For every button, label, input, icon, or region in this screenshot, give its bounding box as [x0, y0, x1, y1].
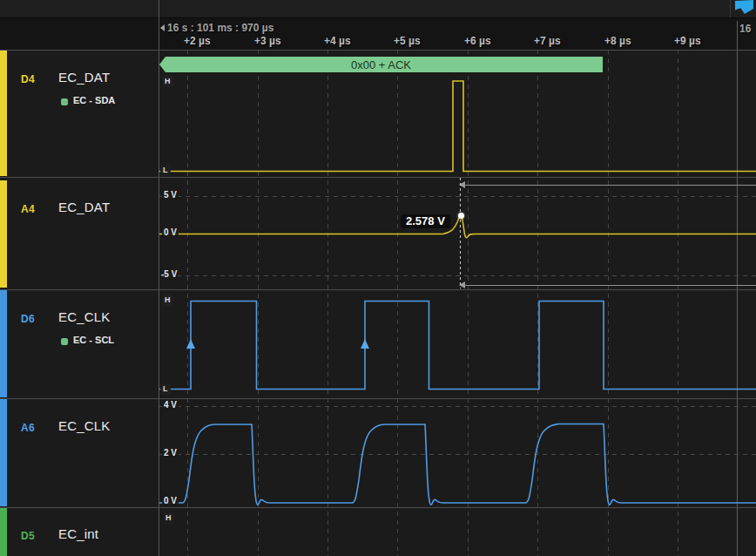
timeline-timestamp: 16 s : 101 ms : 970 µs — [160, 22, 273, 34]
channel-color-bar-d6 — [0, 290, 7, 397]
channel-color-bar-a4 — [0, 180, 7, 288]
time-gridline — [608, 50, 609, 556]
a6-analog-trace[interactable] — [159, 398, 756, 507]
d6-low-label: L — [160, 383, 171, 395]
analyzer-dot-icon — [61, 98, 68, 105]
d4-high-label: H — [162, 76, 173, 87]
channel-id-d6: D6 — [21, 313, 35, 325]
analyzer-label-d4[interactable]: EC - SDA — [73, 95, 115, 105]
a6-2v-gridline — [159, 454, 756, 455]
a4-vtop-label: 5 V — [162, 190, 179, 200]
d6-trace-path — [159, 302, 756, 390]
a4-vzero-label: 0 V — [162, 227, 179, 238]
channel-name-d4[interactable]: EC_DAT — [58, 70, 110, 85]
a4-vbot-label: -5 V — [159, 269, 179, 280]
measure-bracket-top — [462, 185, 756, 186]
timeline-tick-label: +9 µs — [674, 35, 701, 47]
timeline-next-timestamp: 16 — [739, 23, 751, 35]
time-gridline — [468, 50, 469, 556]
channel-id-a4: A4 — [21, 203, 35, 215]
row-border — [0, 177, 756, 178]
time-gridline — [187, 50, 188, 556]
d4-low-label: L — [160, 165, 171, 176]
rising-edge-marker-icon — [361, 339, 369, 349]
channel-id-d5: D5 — [21, 530, 35, 542]
voltage-sample-dot — [458, 213, 464, 219]
a4-analog-trace[interactable] — [159, 177, 756, 289]
a6-4v-gridline — [159, 406, 756, 407]
timeline-tick-label: +4 µs — [324, 35, 351, 47]
toolbar-divider — [730, 0, 731, 17]
time-gridline — [397, 50, 398, 556]
timeline-marker-line — [737, 21, 738, 556]
a4-trace-path — [159, 216, 756, 238]
measure-bracket-bottom — [462, 285, 756, 286]
timeline-tick-label: +5 µs — [394, 35, 421, 47]
timeline-header[interactable]: 16 s : 101 ms : 970 µs 16 +2 µs+3 µs+4 µ… — [0, 18, 756, 50]
timeline-tick-label: +6 µs — [464, 35, 491, 47]
time-gridline — [258, 50, 259, 556]
time-gridline — [678, 50, 678, 556]
voltage-readout-badge: 2.578 V — [401, 214, 450, 228]
a6-vzero-label: 0 V — [162, 496, 179, 506]
analyzer-label-d6[interactable]: EC - SCL — [73, 335, 114, 345]
a4-5v-gridline — [159, 196, 756, 197]
channel-color-bar-d4 — [0, 51, 7, 176]
timeline-timestamp-text: 16 s : 101 ms : 970 µs — [167, 22, 273, 34]
analyzer-dot-icon — [61, 338, 68, 345]
channel-id-d4: D4 — [21, 73, 35, 85]
row-border — [0, 398, 756, 399]
protocol-annotation-bubble[interactable]: 0x00 + ACK — [159, 57, 603, 72]
hover-cursor-line — [460, 178, 461, 288]
timeline-flag-icon[interactable] — [735, 0, 753, 14]
label-panel-divider[interactable] — [159, 0, 159, 556]
protocol-annotation-text: 0x00 + ACK — [351, 58, 411, 71]
timeline-tick-label: +7 µs — [534, 35, 561, 47]
top-toolbar — [0, 0, 756, 18]
d5-high-label: H — [163, 512, 174, 524]
d6-high-label: H — [162, 295, 173, 306]
time-gridline — [327, 50, 328, 556]
a6-trace-path — [159, 424, 756, 505]
rising-edge-marker-icon — [186, 339, 195, 349]
timeline-marker-icon — [160, 24, 165, 31]
timeline-tick-label: +3 µs — [254, 35, 281, 47]
a6-vtop-label: 4 V — [162, 400, 179, 410]
a4-neg5v-gridline — [159, 275, 756, 276]
channel-color-bar-d5 — [0, 508, 7, 556]
channel-name-d5[interactable]: EC_int — [58, 526, 98, 541]
d4-trace-path — [159, 81, 756, 172]
channel-name-a6[interactable]: EC_CLK — [58, 418, 111, 433]
row-border — [0, 289, 756, 290]
d6-digital-trace[interactable] — [159, 289, 756, 398]
time-gridline — [537, 50, 538, 556]
logic-analyzer-capture-view: 16 s : 101 ms : 970 µs 16 +2 µs+3 µs+4 µ… — [0, 0, 756, 556]
timeline-tick-label: +2 µs — [184, 35, 211, 47]
a6-vmid-label: 2 V — [162, 448, 179, 458]
timeline-tick-label: +8 µs — [604, 35, 631, 47]
channel-name-a4[interactable]: EC_DAT — [58, 200, 110, 214]
row-border — [0, 507, 756, 508]
row-border — [0, 50, 756, 51]
channel-id-a6: A6 — [21, 422, 35, 434]
channel-name-d6[interactable]: EC_CLK — [58, 309, 111, 324]
channel-color-bar-a6 — [0, 399, 7, 506]
